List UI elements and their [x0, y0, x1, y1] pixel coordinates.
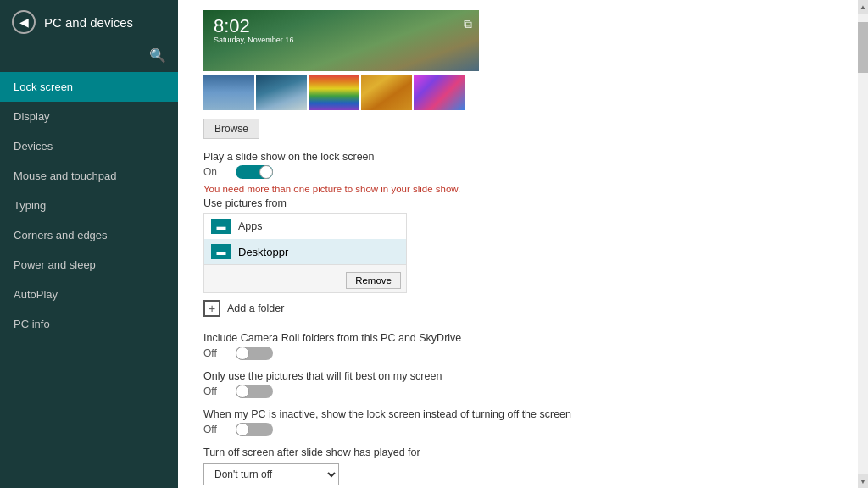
inactive-toggle[interactable] [236, 423, 273, 436]
sidebar-item-autoplay[interactable]: AutoPlay [0, 280, 178, 309]
folder-item-desktoppr[interactable]: ▬ Desktoppr [204, 239, 406, 264]
slideshow-toggle-knob [259, 165, 273, 179]
warning-text: You need more than one picture to show i… [203, 184, 832, 194]
inactive-toggle-knob [236, 423, 249, 436]
sidebar-title: PC and devices [44, 15, 133, 30]
sidebar: ◀ PC and devices 🔍 Lock screen Display D… [0, 0, 178, 488]
thumbnail-sky[interactable] [203, 75, 254, 110]
inactive-label: When my PC is inactive, show the lock sc… [203, 408, 832, 420]
sidebar-item-display[interactable]: Display [0, 102, 178, 131]
desktoppr-label: Desktoppr [238, 246, 288, 258]
browse-button[interactable]: Browse [203, 119, 259, 139]
lock-preview: 8:02 Saturday, November 16 ⧉ [203, 10, 479, 71]
fit-label: Only use the pictures that will fit best… [203, 370, 832, 382]
lock-time-display: 8:02 Saturday, November 16 [214, 17, 293, 44]
add-plus-icon: + [203, 300, 220, 317]
camera-roll-toggle[interactable] [236, 347, 273, 360]
sidebar-item-corners[interactable]: Corners and edges [0, 220, 178, 250]
apps-label: Apps [238, 220, 263, 232]
fit-toggle-row: Off [203, 385, 832, 398]
scroll-thumb[interactable] [858, 22, 868, 73]
camera-roll-toggle-label: Off [203, 347, 227, 359]
camera-roll-label: Include Camera Roll folders from this PC… [203, 332, 832, 344]
scroll-up-arrow[interactable]: ▲ [858, 0, 868, 14]
fit-toggle-label: Off [203, 385, 227, 397]
remove-button[interactable]: Remove [346, 272, 401, 289]
sidebar-item-devices[interactable]: Devices [0, 131, 178, 161]
turn-off-label: Turn off screen after slide show has pla… [203, 446, 832, 458]
desktoppr-folder-icon: ▬ [211, 244, 231, 259]
slideshow-toggle-label: On [203, 166, 227, 178]
thumbnail-row [203, 75, 479, 110]
folder-list: ▬ Apps ▬ Desktoppr Remove [203, 213, 407, 293]
slideshow-toggle[interactable] [236, 165, 273, 179]
thumbnail-rainbow[interactable] [309, 75, 359, 110]
sidebar-search: 🔍 [0, 44, 178, 72]
sidebar-item-mouse[interactable]: Mouse and touchpad [0, 161, 178, 191]
add-folder-label: Add a folder [227, 302, 284, 314]
sidebar-item-power[interactable]: Power and sleep [0, 250, 178, 280]
thumbnail-mountain[interactable] [256, 75, 307, 110]
back-icon: ◀ [19, 15, 29, 29]
lock-time-big: 8:02 [214, 17, 293, 36]
sidebar-header: ◀ PC and devices [0, 0, 178, 44]
turn-off-dropdown[interactable]: Don't turn off 1 minute 5 minutes 15 min… [203, 463, 339, 485]
scroll-track[interactable] [858, 14, 868, 474]
slideshow-label: Play a slide show on the lock screen [203, 151, 832, 163]
scroll-down-arrow[interactable]: ▼ [858, 474, 868, 488]
add-folder-row[interactable]: + Add a folder [203, 300, 832, 317]
fit-toggle[interactable] [236, 385, 273, 398]
search-icon[interactable]: 🔍 [149, 47, 166, 64]
folder-item-apps[interactable]: ▬ Apps [204, 214, 406, 239]
back-button[interactable]: ◀ [12, 10, 36, 34]
fit-toggle-knob [236, 385, 249, 398]
use-pictures-label: Use pictures from [203, 197, 832, 209]
inactive-toggle-label: Off [203, 424, 227, 435]
sidebar-item-lock-screen[interactable]: Lock screen [0, 72, 178, 102]
apps-folder-icon: ▬ [211, 219, 231, 234]
remove-row: Remove [204, 264, 406, 292]
sidebar-item-typing[interactable]: Typing [0, 191, 178, 220]
thumbnail-honey[interactable] [361, 75, 412, 110]
lock-time-date: Saturday, November 16 [214, 36, 293, 44]
sidebar-nav: Lock screen Display Devices Mouse and to… [0, 72, 178, 488]
scrollbar: ▲ ▼ [858, 0, 868, 488]
slideshow-toggle-row: On [203, 165, 832, 179]
inactive-toggle-row: Off [203, 423, 832, 436]
screen-copy-icon: ⧉ [464, 17, 472, 31]
main-content: 8:02 Saturday, November 16 ⧉ Browse Play… [178, 0, 858, 488]
sidebar-item-pcinfo[interactable]: PC info [0, 309, 178, 339]
camera-roll-toggle-knob [236, 347, 249, 360]
thumbnail-geo[interactable] [414, 75, 465, 110]
camera-roll-toggle-row: Off [203, 347, 832, 360]
